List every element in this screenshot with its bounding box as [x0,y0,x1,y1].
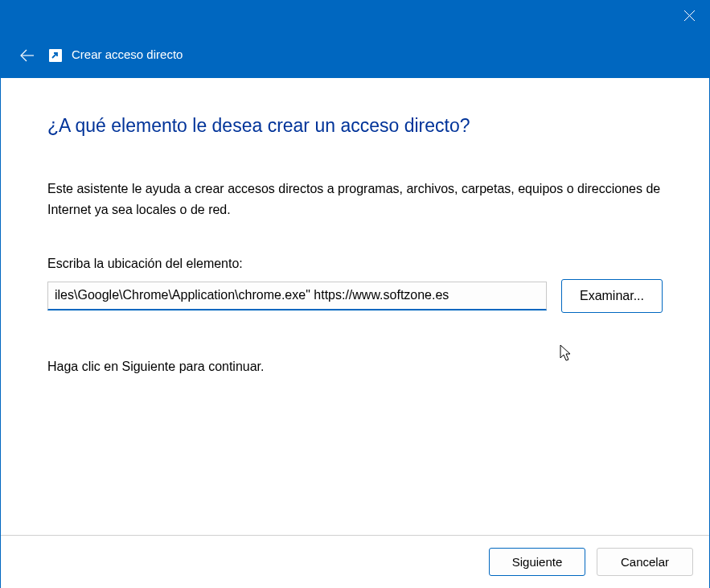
titlebar: Crear acceso directo [1,1,709,78]
location-row: Examinar... [47,279,663,313]
location-label: Escriba la ubicación del elemento: [47,257,663,271]
shortcut-icon [49,49,62,62]
browse-button[interactable]: Examinar... [561,279,663,313]
back-button[interactable] [17,46,36,65]
continue-instruction: Haga clic en Siguiente para continuar. [47,360,663,374]
cancel-button[interactable]: Cancelar [597,548,693,576]
next-button[interactable]: Siguiente [489,548,585,576]
page-heading: ¿A qué elemento le desea crear un acceso… [47,115,663,137]
close-icon [684,10,695,21]
wizard-footer: Siguiente Cancelar [1,535,709,588]
location-input[interactable] [47,282,547,310]
wizard-description: Este asistente le ayuda a crear accesos … [47,179,663,221]
wizard-content: ¿A qué elemento le desea crear un acceso… [1,78,709,374]
window-title: Crear acceso directo [72,47,183,61]
back-arrow-icon [19,49,34,62]
close-button[interactable] [669,1,709,30]
